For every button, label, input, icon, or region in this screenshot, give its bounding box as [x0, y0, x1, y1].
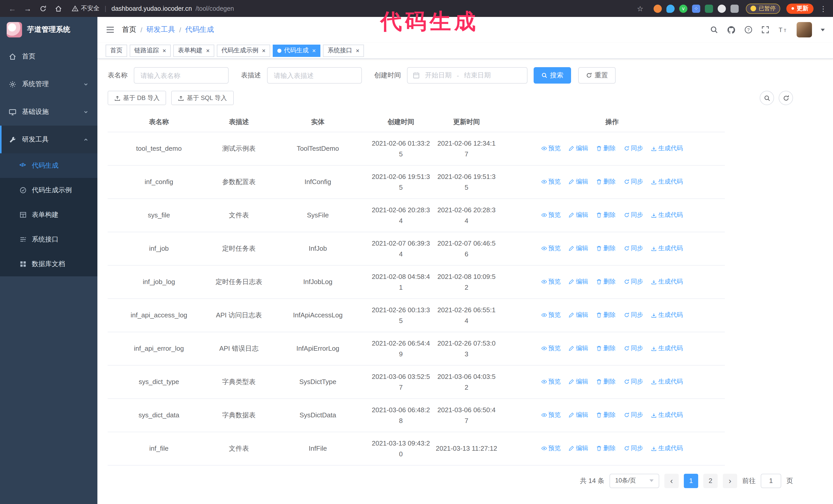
tab[interactable]: 链路追踪 × — [130, 44, 171, 57]
generate-code-link[interactable]: 生成代码 — [651, 143, 683, 153]
delete-link[interactable]: 删除 — [596, 376, 616, 387]
search-icon[interactable] — [710, 26, 718, 34]
edit-link[interactable]: 编辑 — [569, 176, 588, 187]
back-button[interactable]: ← — [6, 2, 19, 15]
reload-button[interactable] — [37, 2, 49, 15]
bookmark-star-icon[interactable]: ☆ — [637, 4, 643, 13]
sync-link[interactable]: 同步 — [624, 143, 643, 153]
extension-lion-icon[interactable] — [653, 4, 662, 13]
github-icon[interactable] — [727, 25, 736, 34]
table-name-input[interactable] — [134, 67, 229, 83]
delete-link[interactable]: 删除 — [596, 343, 616, 354]
date-range-picker[interactable]: 开始日期 - 结束日期 — [407, 67, 527, 83]
extension-drop-icon[interactable] — [666, 4, 674, 13]
update-button[interactable]: 更新 — [786, 3, 813, 14]
generate-code-link[interactable]: 生成代码 — [651, 276, 683, 287]
logo-row[interactable]: 芋道管理系统 — [0, 17, 97, 43]
sync-link[interactable]: 同步 — [624, 376, 643, 387]
sidebar-item-codegen-example[interactable]: 代码生成示例 — [0, 178, 97, 202]
generate-code-link[interactable]: 生成代码 — [651, 176, 683, 187]
page-size-select[interactable]: 10条/页 — [610, 474, 659, 488]
generate-code-link[interactable]: 生成代码 — [651, 210, 683, 220]
edit-link[interactable]: 编辑 — [569, 143, 588, 153]
preview-link[interactable]: 预览 — [541, 409, 561, 420]
tab[interactable]: 代码生成 × — [273, 44, 320, 57]
sync-link[interactable]: 同步 — [624, 443, 643, 454]
paused-badge[interactable]: 已暂停 — [746, 3, 780, 14]
breadcrumb-devtools[interactable]: 研发工具 — [146, 25, 175, 34]
delete-link[interactable]: 删除 — [596, 309, 616, 320]
preview-link[interactable]: 预览 — [541, 309, 561, 320]
sync-link[interactable]: 同步 — [624, 210, 643, 220]
prev-page-button[interactable]: ‹ — [664, 474, 679, 488]
edit-link[interactable]: 编辑 — [569, 443, 588, 454]
preview-link[interactable]: 预览 — [541, 343, 561, 354]
sidebar-item-codegen[interactable]: </> 代码生成 — [0, 153, 97, 178]
sidebar-item-form-builder[interactable]: 表单构建 — [0, 202, 97, 227]
delete-link[interactable]: 删除 — [596, 176, 616, 187]
generate-code-link[interactable]: 生成代码 — [651, 443, 683, 454]
generate-code-link[interactable]: 生成代码 — [651, 243, 683, 254]
preview-link[interactable]: 预览 — [541, 210, 561, 220]
extension-check-icon[interactable]: v — [679, 4, 687, 13]
preview-link[interactable]: 预览 — [541, 276, 561, 287]
page-number-button[interactable]: 1 — [684, 474, 698, 488]
url-bar[interactable]: 不安全 | dashboard.yudao.iocoder.cn/tool/co… — [72, 2, 234, 15]
edit-link[interactable]: 编辑 — [569, 243, 588, 254]
sync-link[interactable]: 同步 — [624, 409, 643, 420]
sidebar-item-system[interactable]: 系统管理 — [0, 70, 97, 98]
breadcrumb-codegen[interactable]: 代码生成 — [185, 25, 214, 34]
sidebar-item-infra[interactable]: 基础设施 — [0, 98, 97, 126]
sidebar-item-devtools[interactable]: 研发工具 — [0, 126, 97, 153]
refresh-table-button[interactable] — [779, 91, 793, 105]
delete-link[interactable]: 删除 — [596, 243, 616, 254]
edit-link[interactable]: 编辑 — [569, 309, 588, 320]
avatar-caret-icon[interactable] — [821, 28, 825, 31]
search-button[interactable]: 搜索 — [533, 67, 571, 83]
delete-link[interactable]: 删除 — [596, 409, 616, 420]
home-button[interactable] — [52, 2, 65, 15]
extension-paw-icon[interactable] — [718, 4, 726, 13]
tab-close-icon[interactable]: × — [356, 47, 359, 54]
edit-link[interactable]: 编辑 — [569, 343, 588, 354]
breadcrumb-home[interactable]: 首页 — [122, 25, 136, 34]
edit-link[interactable]: 编辑 — [569, 276, 588, 287]
preview-link[interactable]: 预览 — [541, 176, 561, 187]
end-date-placeholder[interactable]: 结束日期 — [464, 71, 491, 80]
browser-menu-icon[interactable]: ⋮ — [820, 4, 827, 13]
puzzle-icon[interactable] — [731, 4, 739, 13]
table-desc-input[interactable] — [267, 67, 362, 83]
generate-code-link[interactable]: 生成代码 — [651, 309, 683, 320]
preview-link[interactable]: 预览 — [541, 443, 561, 454]
hamburger-icon[interactable] — [105, 26, 115, 34]
goto-page-input[interactable] — [761, 474, 781, 488]
extension-people-icon[interactable]: ⁘ — [692, 4, 700, 13]
delete-link[interactable]: 删除 — [596, 210, 616, 220]
tab[interactable]: 系统接口 × — [323, 44, 364, 57]
fullscreen-icon[interactable] — [761, 26, 769, 34]
delete-link[interactable]: 删除 — [596, 143, 616, 153]
delete-link[interactable]: 删除 — [596, 443, 616, 454]
tab[interactable]: 代码生成示例 × — [217, 44, 270, 57]
preview-link[interactable]: 预览 — [541, 143, 561, 153]
sync-link[interactable]: 同步 — [624, 243, 643, 254]
sync-link[interactable]: 同步 — [624, 176, 643, 187]
font-size-icon[interactable]: TT — [778, 26, 788, 34]
help-icon[interactable]: ? — [744, 26, 753, 34]
toggle-search-button[interactable] — [760, 91, 774, 105]
tab-close-icon[interactable]: × — [262, 47, 265, 54]
import-db-button[interactable]: 基于 DB 导入 — [108, 91, 166, 105]
preview-link[interactable]: 预览 — [541, 243, 561, 254]
tab-close-icon[interactable]: × — [206, 47, 210, 54]
generate-code-link[interactable]: 生成代码 — [651, 409, 683, 420]
start-date-placeholder[interactable]: 开始日期 — [425, 71, 452, 80]
import-sql-button[interactable]: 基于 SQL 导入 — [171, 91, 234, 105]
tab-close-icon[interactable]: × — [163, 47, 166, 54]
sync-link[interactable]: 同步 — [624, 309, 643, 320]
tab-close-icon[interactable]: × — [312, 47, 316, 54]
sync-link[interactable]: 同步 — [624, 276, 643, 287]
page-number-button[interactable]: 2 — [703, 474, 718, 488]
edit-link[interactable]: 编辑 — [569, 376, 588, 387]
sidebar-item-api[interactable]: 系统接口 — [0, 227, 97, 252]
tab[interactable]: 表单构建 × — [173, 44, 214, 57]
